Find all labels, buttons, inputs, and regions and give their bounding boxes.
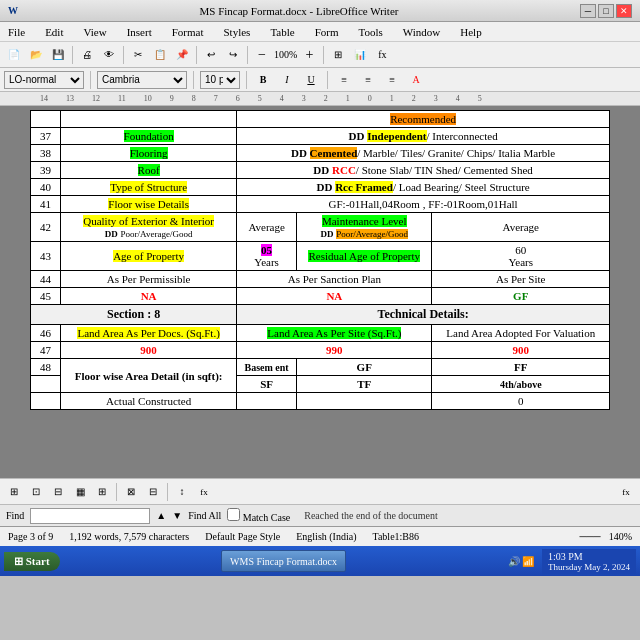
split-btn[interactable]: ⊟ (143, 482, 163, 502)
chart-button[interactable]: 📊 (350, 45, 370, 65)
col-sf: SF (237, 376, 297, 393)
menu-table[interactable]: Table (266, 24, 298, 40)
maximize-button[interactable]: □ (598, 4, 614, 18)
save-button[interactable]: 💾 (48, 45, 68, 65)
row-37-num: 37 (31, 128, 61, 145)
row-42-num: 42 (31, 213, 61, 242)
row-42-label: Quality of Exterior & Interior DD Poor/A… (61, 213, 237, 242)
zoom-out-btn[interactable]: − (252, 45, 272, 65)
menu-tools[interactable]: Tools (355, 24, 387, 40)
preview-button[interactable]: 👁 (99, 45, 119, 65)
align-right-button[interactable]: ≡ (382, 70, 402, 90)
bold-button[interactable]: B (253, 70, 273, 90)
table-row: 44 As Per Permissible As Per Sanction Pl… (31, 271, 610, 288)
menu-edit[interactable]: Edit (41, 24, 67, 40)
color-button[interactable]: A (406, 70, 426, 90)
menu-styles[interactable]: Styles (219, 24, 254, 40)
menu-view[interactable]: View (79, 24, 110, 40)
col-tf: TF (297, 376, 432, 393)
table-icon-3[interactable]: ⊟ (48, 482, 68, 502)
formula-button[interactable]: fx (372, 45, 392, 65)
style-select[interactable]: LO-normal (4, 71, 84, 89)
cell-content: Recommended (237, 111, 610, 128)
table-icon-4[interactable]: ▦ (70, 482, 90, 502)
new-button[interactable]: 📄 (4, 45, 24, 65)
menu-format[interactable]: Format (168, 24, 208, 40)
redo-button[interactable]: ↪ (223, 45, 243, 65)
cell-actual-1 (237, 393, 297, 410)
row-40-label: Type of Structure (61, 179, 237, 196)
table-row: 47 900 990 900 (31, 342, 610, 359)
merge-btn[interactable]: ⊠ (121, 482, 141, 502)
find-input[interactable] (30, 508, 150, 524)
row-47-col3: 900 (432, 342, 610, 359)
row-42-avg1: Average (237, 213, 297, 242)
zoom-in-btn[interactable]: + (299, 45, 319, 65)
formula-btn3[interactable]: fx (616, 482, 636, 502)
find-up-btn[interactable]: ▲ (156, 510, 166, 521)
undo-button[interactable]: ↩ (201, 45, 221, 65)
row-37-label: Foundation (61, 128, 237, 145)
cell-actual-2 (297, 393, 432, 410)
sep3 (196, 46, 197, 64)
section-header-row: Section : 8 Technical Details: (31, 305, 610, 325)
table-row: 42 Quality of Exterior & Interior DD Poo… (31, 213, 610, 242)
col-ff: FF (432, 359, 610, 376)
start-button[interactable]: ⊞ Start (4, 552, 60, 571)
font-select[interactable]: Cambria (97, 71, 187, 89)
clock-date: Thursday May 2, 2024 (548, 562, 630, 572)
status-left: Page 3 of 9 1,192 words, 7,579 character… (8, 531, 419, 542)
formula-btn2[interactable]: fx (194, 482, 214, 502)
col-basement: Basem ent (237, 359, 297, 376)
table-button[interactable]: ⊞ (328, 45, 348, 65)
table-row: 46 Land Area As Per Docs. (Sq.Ft.) Land … (31, 325, 610, 342)
sep6 (90, 71, 91, 89)
row-41-num: 41 (31, 196, 61, 213)
row-43-age: 05 Years (237, 242, 297, 271)
minimize-button[interactable]: ─ (580, 4, 596, 18)
match-case-checkbox[interactable] (227, 508, 240, 521)
close-button[interactable]: ✕ (616, 4, 632, 18)
zoom-percent: 140% (609, 531, 632, 542)
zoom-indicator: ─── (579, 531, 600, 542)
print-button[interactable]: 🖨 (77, 45, 97, 65)
sep11 (167, 483, 168, 501)
table-icon-2[interactable]: ⊡ (26, 482, 46, 502)
menu-form[interactable]: Form (311, 24, 343, 40)
menu-help[interactable]: Help (456, 24, 485, 40)
sep5 (323, 46, 324, 64)
row-38-label: Flooring (61, 145, 237, 162)
cut-button[interactable]: ✂ (128, 45, 148, 65)
sep10 (116, 483, 117, 501)
document-area[interactable]: Recommended 37 Foundation DD Independent… (0, 106, 640, 478)
row-41-value: GF:-01Hall,04Room , FF:-01Room,01Hall (237, 196, 610, 213)
match-case-label[interactable]: Match Case (227, 508, 290, 523)
window-title: MS Fincap Format.docx - LibreOffice Writ… (18, 5, 580, 17)
page-info: Page 3 of 9 (8, 531, 53, 542)
row-41-label: Floor wise Details (61, 196, 237, 213)
sort-btn[interactable]: ↕ (172, 482, 192, 502)
table-icon-5[interactable]: ⊞ (92, 482, 112, 502)
row-48-label: Floor wise Area Detail (in sqft): (61, 359, 237, 393)
find-down-btn[interactable]: ▼ (172, 510, 182, 521)
table-icon-1[interactable]: ⊞ (4, 482, 24, 502)
recommended-badge: Recommended (390, 113, 456, 125)
ruler: 1413121110987654321012345 (0, 92, 640, 106)
align-center-button[interactable]: ≡ (358, 70, 378, 90)
menu-insert[interactable]: Insert (123, 24, 156, 40)
open-button[interactable]: 📂 (26, 45, 46, 65)
paste-button[interactable]: 📌 (172, 45, 192, 65)
italic-button[interactable]: I (277, 70, 297, 90)
copy-button[interactable]: 📋 (150, 45, 170, 65)
page-style: Default Page Style (205, 531, 280, 542)
row-43-num: 43 (31, 242, 61, 271)
table-row: Actual Constructed 0 (31, 393, 610, 410)
find-all-btn[interactable]: Find All (188, 510, 221, 521)
menu-file[interactable]: File (4, 24, 29, 40)
taskbar-libreoffice[interactable]: W MS Fincap Format.docx (221, 550, 346, 572)
ruler-content: 1413121110987654321012345 (0, 92, 640, 105)
align-left-button[interactable]: ≡ (334, 70, 354, 90)
underline-button[interactable]: U (301, 70, 321, 90)
menu-window[interactable]: Window (399, 24, 444, 40)
size-select[interactable]: 10 pt (200, 71, 240, 89)
